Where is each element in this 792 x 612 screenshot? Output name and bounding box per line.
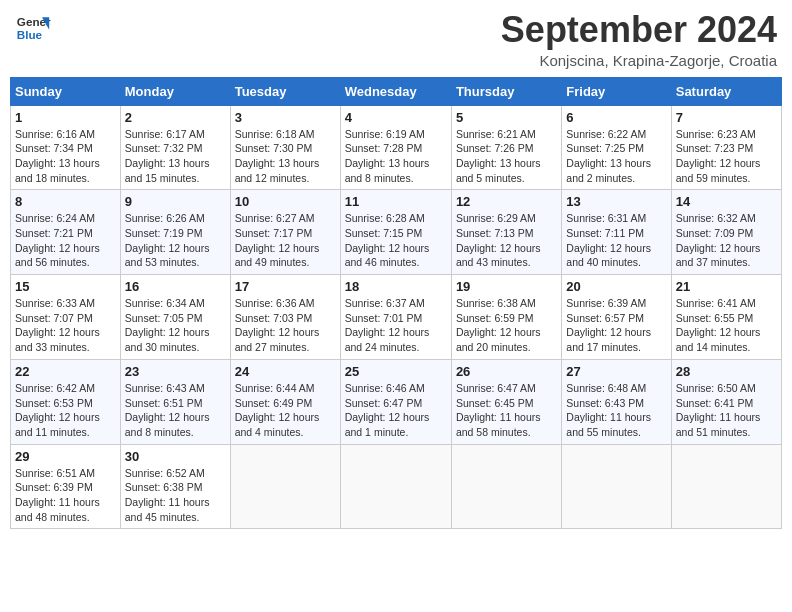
day-info: Sunrise: 6:24 AM Sunset: 7:21 PM Dayligh… [15,211,116,270]
day-number: 21 [676,279,777,294]
day-info: Sunrise: 6:31 AM Sunset: 7:11 PM Dayligh… [566,211,666,270]
day-number: 15 [15,279,116,294]
day-info: Sunrise: 6:34 AM Sunset: 7:05 PM Dayligh… [125,296,226,355]
day-number: 7 [676,110,777,125]
day-number: 22 [15,364,116,379]
calendar-day-cell: 4Sunrise: 6:19 AM Sunset: 7:28 PM Daylig… [340,105,451,190]
day-info: Sunrise: 6:43 AM Sunset: 6:51 PM Dayligh… [125,381,226,440]
calendar-day-cell: 8Sunrise: 6:24 AM Sunset: 7:21 PM Daylig… [11,190,121,275]
day-info: Sunrise: 6:38 AM Sunset: 6:59 PM Dayligh… [456,296,557,355]
day-number: 9 [125,194,226,209]
calendar-day-cell: 14Sunrise: 6:32 AM Sunset: 7:09 PM Dayli… [671,190,781,275]
day-number: 24 [235,364,336,379]
calendar-day-cell: 15Sunrise: 6:33 AM Sunset: 7:07 PM Dayli… [11,275,121,360]
calendar-day-cell: 29Sunrise: 6:51 AM Sunset: 6:39 PM Dayli… [11,444,121,529]
day-number: 10 [235,194,336,209]
day-number: 30 [125,449,226,464]
day-info: Sunrise: 6:44 AM Sunset: 6:49 PM Dayligh… [235,381,336,440]
title-block: September 2024 Konjscina, Krapina-Zagorj… [501,10,777,69]
day-info: Sunrise: 6:48 AM Sunset: 6:43 PM Dayligh… [566,381,666,440]
calendar-week-row: 1Sunrise: 6:16 AM Sunset: 7:34 PM Daylig… [11,105,782,190]
calendar-day-cell: 16Sunrise: 6:34 AM Sunset: 7:05 PM Dayli… [120,275,230,360]
day-number: 4 [345,110,447,125]
day-of-week-header: Monday [120,77,230,105]
day-info: Sunrise: 6:46 AM Sunset: 6:47 PM Dayligh… [345,381,447,440]
calendar-day-cell: 30Sunrise: 6:52 AM Sunset: 6:38 PM Dayli… [120,444,230,529]
day-info: Sunrise: 6:36 AM Sunset: 7:03 PM Dayligh… [235,296,336,355]
calendar-day-cell [562,444,671,529]
calendar-body: 1Sunrise: 6:16 AM Sunset: 7:34 PM Daylig… [11,105,782,529]
calendar-day-cell [230,444,340,529]
day-info: Sunrise: 6:19 AM Sunset: 7:28 PM Dayligh… [345,127,447,186]
day-number: 20 [566,279,666,294]
calendar-week-row: 22Sunrise: 6:42 AM Sunset: 6:53 PM Dayli… [11,359,782,444]
location: Konjscina, Krapina-Zagorje, Croatia [501,52,777,69]
calendar-day-cell: 7Sunrise: 6:23 AM Sunset: 7:23 PM Daylig… [671,105,781,190]
day-number: 13 [566,194,666,209]
day-info: Sunrise: 6:21 AM Sunset: 7:26 PM Dayligh… [456,127,557,186]
day-info: Sunrise: 6:47 AM Sunset: 6:45 PM Dayligh… [456,381,557,440]
day-info: Sunrise: 6:50 AM Sunset: 6:41 PM Dayligh… [676,381,777,440]
day-info: Sunrise: 6:39 AM Sunset: 6:57 PM Dayligh… [566,296,666,355]
day-number: 8 [15,194,116,209]
calendar-day-cell: 17Sunrise: 6:36 AM Sunset: 7:03 PM Dayli… [230,275,340,360]
day-info: Sunrise: 6:18 AM Sunset: 7:30 PM Dayligh… [235,127,336,186]
day-number: 16 [125,279,226,294]
calendar-day-cell: 26Sunrise: 6:47 AM Sunset: 6:45 PM Dayli… [451,359,561,444]
calendar-day-cell: 12Sunrise: 6:29 AM Sunset: 7:13 PM Dayli… [451,190,561,275]
day-info: Sunrise: 6:32 AM Sunset: 7:09 PM Dayligh… [676,211,777,270]
day-info: Sunrise: 6:26 AM Sunset: 7:19 PM Dayligh… [125,211,226,270]
day-number: 12 [456,194,557,209]
calendar-day-cell [671,444,781,529]
day-number: 6 [566,110,666,125]
day-number: 28 [676,364,777,379]
day-number: 27 [566,364,666,379]
calendar-day-cell: 25Sunrise: 6:46 AM Sunset: 6:47 PM Dayli… [340,359,451,444]
day-number: 18 [345,279,447,294]
svg-text:Blue: Blue [17,28,43,41]
calendar-table: SundayMondayTuesdayWednesdayThursdayFrid… [10,77,782,530]
day-number: 29 [15,449,116,464]
day-info: Sunrise: 6:33 AM Sunset: 7:07 PM Dayligh… [15,296,116,355]
day-of-week-header: Tuesday [230,77,340,105]
calendar-day-cell: 13Sunrise: 6:31 AM Sunset: 7:11 PM Dayli… [562,190,671,275]
day-info: Sunrise: 6:52 AM Sunset: 6:38 PM Dayligh… [125,466,226,525]
calendar-week-row: 15Sunrise: 6:33 AM Sunset: 7:07 PM Dayli… [11,275,782,360]
day-of-week-header: Wednesday [340,77,451,105]
calendar-day-cell: 21Sunrise: 6:41 AM Sunset: 6:55 PM Dayli… [671,275,781,360]
day-info: Sunrise: 6:27 AM Sunset: 7:17 PM Dayligh… [235,211,336,270]
calendar-day-cell: 6Sunrise: 6:22 AM Sunset: 7:25 PM Daylig… [562,105,671,190]
day-info: Sunrise: 6:41 AM Sunset: 6:55 PM Dayligh… [676,296,777,355]
calendar-day-cell: 18Sunrise: 6:37 AM Sunset: 7:01 PM Dayli… [340,275,451,360]
day-info: Sunrise: 6:42 AM Sunset: 6:53 PM Dayligh… [15,381,116,440]
day-number: 1 [15,110,116,125]
calendar-header: SundayMondayTuesdayWednesdayThursdayFrid… [11,77,782,105]
page-header: General Blue September 2024 Konjscina, K… [10,10,782,69]
calendar-day-cell [340,444,451,529]
calendar-day-cell: 27Sunrise: 6:48 AM Sunset: 6:43 PM Dayli… [562,359,671,444]
day-number: 14 [676,194,777,209]
day-number: 3 [235,110,336,125]
day-info: Sunrise: 6:37 AM Sunset: 7:01 PM Dayligh… [345,296,447,355]
day-info: Sunrise: 6:22 AM Sunset: 7:25 PM Dayligh… [566,127,666,186]
day-info: Sunrise: 6:29 AM Sunset: 7:13 PM Dayligh… [456,211,557,270]
day-of-week-header: Thursday [451,77,561,105]
logo-icon: General Blue [15,10,51,46]
calendar-day-cell: 24Sunrise: 6:44 AM Sunset: 6:49 PM Dayli… [230,359,340,444]
day-number: 2 [125,110,226,125]
calendar-day-cell: 1Sunrise: 6:16 AM Sunset: 7:34 PM Daylig… [11,105,121,190]
calendar-day-cell: 28Sunrise: 6:50 AM Sunset: 6:41 PM Dayli… [671,359,781,444]
calendar-day-cell: 20Sunrise: 6:39 AM Sunset: 6:57 PM Dayli… [562,275,671,360]
logo: General Blue [15,10,51,46]
calendar-week-row: 8Sunrise: 6:24 AM Sunset: 7:21 PM Daylig… [11,190,782,275]
calendar-day-cell: 23Sunrise: 6:43 AM Sunset: 6:51 PM Dayli… [120,359,230,444]
calendar-day-cell [451,444,561,529]
calendar-day-cell: 2Sunrise: 6:17 AM Sunset: 7:32 PM Daylig… [120,105,230,190]
day-number: 19 [456,279,557,294]
day-info: Sunrise: 6:17 AM Sunset: 7:32 PM Dayligh… [125,127,226,186]
calendar-day-cell: 10Sunrise: 6:27 AM Sunset: 7:17 PM Dayli… [230,190,340,275]
day-of-week-header: Friday [562,77,671,105]
day-number: 5 [456,110,557,125]
day-number: 17 [235,279,336,294]
day-number: 11 [345,194,447,209]
